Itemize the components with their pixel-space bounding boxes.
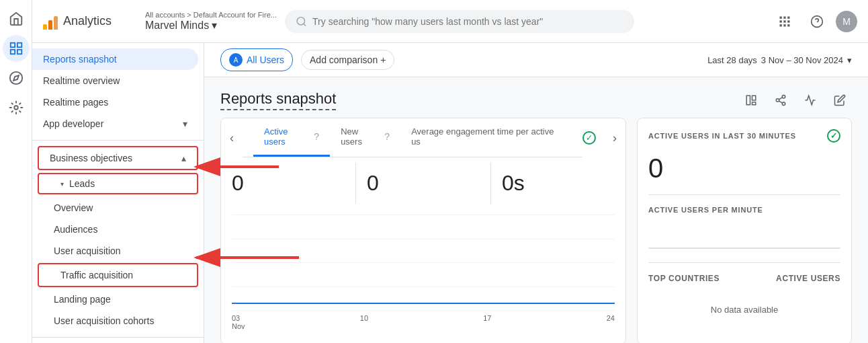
svg-rect-10 bbox=[783, 16, 785, 18]
account-selector[interactable]: Marvel Minds ▾ bbox=[145, 19, 277, 32]
business-objectives-label: Business objectives bbox=[50, 153, 132, 163]
active-users-per-minute-label: ACTIVE USERS PER MINUTE bbox=[648, 206, 763, 214]
sidebar-item-label: Landing page bbox=[54, 294, 111, 305]
chevron-up-icon: ▴ bbox=[181, 153, 186, 163]
sidebar-item-label: Overview bbox=[54, 202, 93, 213]
sidebar-item-reports-snapshot[interactable]: Reports snapshot bbox=[32, 48, 198, 70]
collapse-icon: ▾ bbox=[60, 180, 64, 188]
filter-bar: A All Users Add comparison + Last 28 day… bbox=[204, 43, 868, 77]
search-input[interactable] bbox=[312, 16, 623, 27]
avg-engagement-value: 0s bbox=[502, 168, 615, 198]
svg-rect-17 bbox=[787, 24, 789, 26]
new-users-tab[interactable]: New users ? bbox=[330, 118, 400, 157]
advertise-icon[interactable] bbox=[3, 94, 30, 121]
svg-point-6 bbox=[14, 106, 18, 110]
avg-engagement-tab[interactable]: Average engagement time per active us bbox=[400, 118, 572, 157]
sidebar-item-label: Audiences bbox=[54, 224, 97, 235]
next-metric-button[interactable]: › bbox=[604, 131, 625, 145]
sidebar-item-overview[interactable]: Overview bbox=[32, 197, 198, 219]
new-users-tab-label: New users bbox=[341, 126, 380, 147]
reports-header: Reports snapshot bbox=[204, 77, 868, 118]
active-users-value: 0 bbox=[232, 168, 345, 198]
right-panel: ACTIVE USERS IN LAST 30 MINUTES ✓ 0 ACTI… bbox=[637, 118, 852, 343]
breadcrumb-area: All accounts > Default Account for Fire.… bbox=[145, 11, 277, 32]
content-area: Reports snapshot Realtime overview Realt… bbox=[32, 43, 868, 343]
date-range-selector[interactable]: Last 28 days 3 Nov – 30 Nov 2024 ▾ bbox=[707, 55, 852, 65]
add-comparison-button[interactable]: Add comparison + bbox=[301, 50, 394, 70]
topbar: Analytics All accounts > Default Account… bbox=[32, 0, 868, 43]
svg-rect-1 bbox=[17, 43, 21, 47]
check-circle-icon: ✓ bbox=[582, 131, 596, 145]
logo-area: Analytics bbox=[43, 13, 137, 30]
chart-settings-button[interactable] bbox=[798, 88, 822, 112]
sidebar-item-landing-page[interactable]: Landing page bbox=[32, 289, 198, 310]
sidebar-item-user-acquisition-cohorts[interactable]: User acquisition cohorts bbox=[32, 310, 198, 332]
metrics-area: ‹ Active users ? New users ? bbox=[204, 118, 868, 343]
svg-rect-20 bbox=[746, 96, 750, 105]
svg-rect-14 bbox=[787, 20, 789, 22]
explore-icon[interactable] bbox=[3, 65, 30, 91]
sidebar-item-user-acquisition[interactable]: User acquisition bbox=[32, 240, 198, 262]
avg-engagement-tab-label: Average engagement time per active us bbox=[411, 126, 561, 147]
sidebar-item-audiences[interactable]: Audiences bbox=[32, 219, 198, 240]
sidebar-item-leads[interactable]: ▾ Leads bbox=[38, 173, 198, 194]
svg-rect-13 bbox=[783, 20, 785, 22]
edit-button[interactable] bbox=[828, 88, 852, 112]
chart-label-17: 17 bbox=[483, 314, 491, 330]
sidebar-item-label: Reports snapshot bbox=[43, 54, 117, 65]
sidebar-item-realtime-pages[interactable]: Realtime pages bbox=[32, 91, 198, 113]
home-icon[interactable] bbox=[3, 5, 30, 32]
business-objectives-section[interactable]: Business objectives ▴ bbox=[38, 146, 198, 170]
sidebar-item-app-developer[interactable]: App developer ▾ bbox=[32, 113, 198, 135]
help-button[interactable] bbox=[804, 8, 830, 35]
no-data-message: No data available bbox=[648, 294, 840, 326]
new-users-value-cell: 0 bbox=[356, 163, 491, 204]
svg-point-23 bbox=[782, 96, 785, 99]
active-users-tab[interactable]: Active users ? bbox=[253, 118, 330, 157]
svg-rect-2 bbox=[17, 50, 21, 54]
page-content: Reports snapshot bbox=[204, 77, 868, 343]
realtime-value: 0 bbox=[648, 153, 840, 184]
date-range-detail: 3 Nov – 30 Nov 2024 bbox=[761, 55, 843, 65]
new-users-value: 0 bbox=[367, 168, 480, 198]
prev-metric-button[interactable]: ‹ bbox=[221, 131, 243, 145]
new-users-info-icon[interactable]: ? bbox=[384, 131, 390, 142]
sidebar-item-label: Traffic acquisition bbox=[60, 270, 133, 280]
metrics-values-grid: 0 0 0s bbox=[221, 157, 625, 209]
plus-icon: + bbox=[380, 54, 386, 65]
chevron-down-icon: ▾ bbox=[212, 19, 217, 32]
per-minute-title: ACTIVE USERS PER MINUTE bbox=[648, 206, 840, 214]
svg-rect-12 bbox=[780, 20, 782, 22]
date-range-label: Last 28 days bbox=[707, 55, 757, 65]
avatar[interactable]: M bbox=[836, 11, 857, 32]
per-minute-chart bbox=[648, 225, 840, 252]
svg-point-4 bbox=[9, 72, 21, 84]
reports-icon[interactable] bbox=[3, 35, 30, 62]
reports-actions bbox=[739, 88, 852, 112]
metrics-nav-row: ‹ Active users ? New users ? bbox=[221, 118, 625, 157]
sidebar-item-label: User acquisition cohorts bbox=[54, 315, 154, 326]
active-users-last-30-label: ACTIVE USERS IN LAST 30 MINUTES bbox=[648, 132, 796, 140]
grid-menu-button[interactable] bbox=[771, 8, 798, 35]
share-button[interactable] bbox=[769, 88, 793, 112]
layout-toggle-button[interactable] bbox=[739, 88, 763, 112]
chart-label-03: 03 Nov bbox=[232, 314, 245, 330]
svg-point-7 bbox=[297, 17, 304, 24]
svg-line-8 bbox=[304, 24, 306, 26]
svg-rect-11 bbox=[787, 16, 789, 18]
sidebar-item-label: Realtime pages bbox=[43, 97, 108, 108]
metrics-main-card: ‹ Active users ? New users ? bbox=[220, 118, 626, 343]
all-users-label: All Users bbox=[247, 54, 284, 65]
sidebar-item-traffic-acquisition[interactable]: Traffic acquisition bbox=[39, 264, 197, 286]
svg-rect-22 bbox=[752, 102, 756, 105]
panel-divider-1 bbox=[648, 194, 840, 195]
all-users-filter[interactable]: A All Users bbox=[220, 48, 293, 71]
sidebar-item-label: App developer bbox=[43, 118, 103, 129]
active-users-value-cell: 0 bbox=[221, 163, 356, 204]
sidebar-item-label: User acquisition bbox=[54, 245, 121, 256]
active-users-info-icon[interactable]: ? bbox=[314, 131, 319, 142]
svg-rect-3 bbox=[10, 50, 14, 54]
sidebar-item-realtime-overview[interactable]: Realtime overview bbox=[32, 70, 198, 91]
user-icon: A bbox=[229, 53, 243, 67]
search-bar[interactable] bbox=[285, 10, 634, 33]
